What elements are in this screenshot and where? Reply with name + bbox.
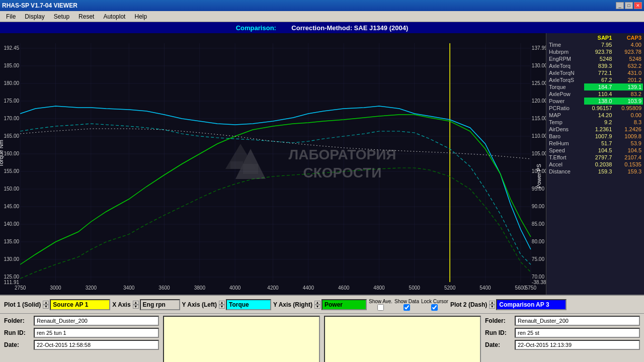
svg-text:85.00: 85.00 (532, 221, 545, 227)
svg-text:4800: 4800 (373, 285, 385, 291)
svg-text:155.00: 155.00 (4, 168, 19, 174)
comparison-label: Comparison: (236, 24, 276, 32)
left-date-row: Date: 22-Oct-2015 12:58:58 (4, 340, 159, 350)
left-run-value[interactable]: ren 25 tun 1 (34, 328, 159, 338)
menu-file[interactable]: File (2, 12, 20, 21)
table-row: Baro1007.91009.8 (547, 133, 643, 140)
show-data-checkbox[interactable] (404, 304, 410, 311)
y-left-down[interactable]: ▼ (219, 305, 225, 309)
table-cell-label: RelHum (547, 140, 584, 147)
y-left-spinner[interactable]: ▲ ▼ (219, 301, 225, 309)
table-cell-label: T.Effort (547, 154, 584, 161)
svg-text:130.00: 130.00 (4, 256, 19, 262)
source-ap2-spinner[interactable]: ▲ ▼ (489, 301, 495, 309)
source-ap2-group: ▲ ▼ Comparison AP 3 (489, 299, 567, 310)
source-ap1-down[interactable]: ▼ (43, 305, 49, 309)
table-cell-label: Distance (547, 168, 584, 175)
y-left-value[interactable]: Torque (226, 299, 271, 310)
y-right-spinner[interactable]: ▲ ▼ (314, 301, 320, 309)
svg-text:165.00: 165.00 (4, 133, 19, 139)
table-cell-cap3: 5248 (613, 55, 643, 62)
right-folder-value[interactable]: Renault_Duster_200 (515, 316, 640, 326)
source-ap2-value[interactable]: Comparison AP 3 (496, 299, 567, 310)
table-cell-cap3: 1.2426 (613, 126, 643, 133)
table-cell-cap3: 0.00 (613, 112, 643, 119)
show-ave-label: Show Ave. (369, 299, 392, 304)
source-ap2-up[interactable]: ▲ (489, 301, 495, 305)
x-axis-up[interactable]: ▲ (133, 301, 139, 305)
y-right-down[interactable]: ▼ (314, 305, 320, 309)
x-axis-value[interactable]: Eng rpn (140, 299, 180, 310)
left-file-block: Folder: Renault_Duster_200 Run ID: ren 2… (4, 316, 159, 362)
table-cell-sap1: 9.2 (584, 119, 614, 126)
left-folder-value[interactable]: Renault_Duster_200 (34, 316, 159, 326)
svg-text:145.00: 145.00 (4, 204, 19, 209)
table-cell-label: Accel (547, 161, 584, 168)
table-cell-cap3: 83.2 (613, 90, 643, 98)
left-date-value[interactable]: 22-Oct-2015 12:58:58 (34, 340, 159, 350)
right-run-value[interactable]: ren 25 st (515, 328, 640, 338)
menu-setup[interactable]: Setup (50, 12, 73, 21)
y-right-up[interactable]: ▲ (314, 301, 320, 305)
plot-controls: Plot 1 (Solid) ▲ ▼ Source AP 1 X Axis ▲ … (0, 296, 644, 314)
source-ap1-up[interactable]: ▲ (43, 301, 49, 305)
table-cell-label: Time (547, 41, 584, 48)
y-left-up[interactable]: ▲ (219, 301, 225, 305)
y-right-value[interactable]: Power (321, 299, 367, 310)
show-ave-group: Show Ave. (369, 299, 392, 311)
svg-text:3400: 3400 (123, 285, 135, 291)
y-left-axis-label: Y Axis (Left) (182, 301, 217, 308)
comparison-spacer (280, 24, 287, 32)
right-date-value[interactable]: 22-Oct-2015 12:13:39 (515, 340, 640, 350)
table-cell-sap1: 14.20 (584, 112, 614, 119)
left-date-label: Date: (4, 341, 32, 348)
right-folder-label: Folder: (485, 317, 513, 324)
x-axis-group: ▲ ▼ Eng rpn (133, 299, 180, 310)
menu-help[interactable]: Help (130, 12, 151, 21)
svg-text:125.00: 125.00 (4, 274, 19, 280)
y-right-axis-label: Y Axis (Right) (273, 301, 312, 308)
right-folder-row: Folder: Renault_Duster_200 (485, 316, 640, 326)
middle-empty-2 (324, 316, 481, 362)
svg-text:90.00: 90.00 (532, 204, 545, 209)
file-info: Folder: Renault_Duster_200 Run ID: ren 2… (0, 314, 644, 362)
correction-label: Correction-Method: SAE J1349 (2004) (291, 24, 408, 32)
table-cell-label: AxlePow (547, 90, 584, 98)
table-cell-cap3: 4.00 (613, 41, 643, 48)
table-row: Speed104.5104.5 (547, 147, 643, 154)
table-row: T.Effort2797.72107.4 (547, 154, 643, 161)
table-row: Time7.954.00 (547, 41, 643, 48)
table-cell-cap3: 139.1 (613, 83, 643, 90)
svg-text:137.99: 137.99 (532, 45, 546, 51)
svg-text:5400: 5400 (479, 285, 491, 291)
col-header-cap3: CAP3 (613, 34, 643, 41)
x-axis-down[interactable]: ▼ (133, 305, 139, 309)
menu-reset[interactable]: Reset (74, 12, 98, 21)
lock-cursor-checkbox[interactable] (431, 304, 438, 311)
x-axis-spinner[interactable]: ▲ ▼ (133, 301, 139, 309)
minimize-button[interactable]: _ (616, 2, 624, 9)
source-ap1-group: ▲ ▼ Source AP 1 (43, 299, 110, 310)
source-ap2-down[interactable]: ▼ (489, 305, 495, 309)
table-cell-cap3: 0.95809 (613, 105, 643, 112)
table-row: EngRPM52485248 (547, 55, 643, 62)
close-button[interactable]: ✕ (634, 2, 642, 9)
table-cell-sap1: 772.1 (584, 69, 614, 76)
title-bar: RHAS-SP V1.7-04 VIEWER _ □ ✕ (0, 0, 644, 11)
right-date-label: Date: (485, 341, 513, 348)
x-axis-label: X Axis (112, 301, 130, 308)
source-ap1-value[interactable]: Source AP 1 (50, 299, 110, 310)
show-ave-checkbox[interactable] (377, 304, 384, 311)
table-row: MAP14.200.00 (547, 112, 643, 119)
table-cell-label: AxleTorqN (547, 69, 584, 76)
menu-display[interactable]: Display (21, 12, 48, 21)
source-ap1-spinner[interactable]: ▲ ▼ (43, 301, 49, 309)
svg-text:5750: 5750 (525, 285, 537, 291)
svg-text:105.00: 105.00 (532, 151, 546, 156)
svg-text:3600: 3600 (158, 285, 170, 291)
maximize-button[interactable]: □ (625, 2, 633, 9)
table-cell-cap3: 103.9 (613, 98, 643, 105)
window-controls[interactable]: _ □ ✕ (616, 2, 642, 9)
menu-autoplot[interactable]: Autoplot (99, 12, 129, 21)
table-cell-label: Temp (547, 119, 584, 126)
